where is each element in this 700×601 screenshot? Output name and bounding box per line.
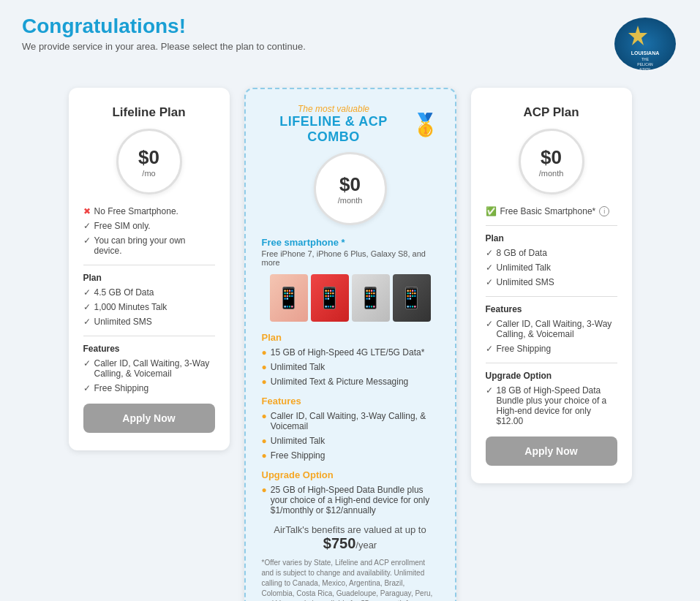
acp-features: ✓Caller ID, Call Waiting, 3-Way Calling,… [486, 319, 617, 354]
check-icon: ✓ [83, 383, 91, 393]
list-item: ●Caller ID, Call Waiting, 3-Way Calling,… [262, 411, 439, 431]
lifeline-price-circle: $0 /mo [116, 129, 182, 194]
gold-icon: ● [262, 362, 267, 372]
combo-plan-features: ●15 GB of High-Speed 4G LTE/5G Data* ●Un… [262, 347, 439, 387]
plans-container: Lifeline Plan $0 /mo ✖ No Free Smartphon… [22, 88, 678, 601]
free-smartphone-label: Free smartphone * [262, 237, 439, 248]
lifeline-price: $0 [138, 146, 159, 169]
phone-rose: 📱 [270, 274, 308, 322]
acp-features-label: Features [486, 304, 617, 314]
page-subtitle: We provide service in your area. Please … [22, 41, 306, 52]
phone-white: 📱 [352, 274, 390, 322]
lifeline-period: /mo [142, 169, 155, 178]
list-item: ●Free Shipping [262, 450, 439, 461]
check-icon: ✓ [83, 302, 91, 312]
no-icon: ✖ [83, 206, 91, 216]
acp-plan-card: ACP Plan $0 /month ✅ Free Basic Smartpho… [471, 88, 632, 483]
acp-upgrade-features: ✓18 GB of High-Speed Data Bundle plus yo… [486, 385, 617, 426]
check-icon: ✓ [83, 235, 91, 246]
gold-icon: ● [262, 485, 267, 495]
phones-row: 📱 📱 📱 📱 [262, 274, 439, 322]
check-icon: ✓ [486, 262, 493, 273]
lifeline-features-label: Features [83, 344, 215, 354]
featured-banner: The most valuable LIFELINE & ACP COMBO 🥇 [262, 104, 439, 145]
green-check-icon: ✅ [486, 206, 497, 216]
check-icon: ✓ [83, 287, 91, 298]
combo-plan-label: Plan [262, 332, 439, 343]
combo-features: ●Caller ID, Call Waiting, 3-Way Calling,… [262, 411, 439, 461]
list-item: ✓4.5 GB Of Data [83, 287, 215, 298]
combo-period: /month [338, 196, 363, 205]
lifeline-byod: ✓ You can bring your own device. [83, 235, 215, 256]
list-item: ●Unlimited Talk [262, 362, 439, 372]
list-item: ●15 GB of High-Speed 4G LTE/5G Data* [262, 347, 439, 358]
svg-text:LOUISIANA: LOUISIANA [631, 50, 660, 56]
check-icon: ✓ [486, 277, 493, 287]
lifeline-plan-features: ✓4.5 GB Of Data ✓1,000 Minutes Talk ✓Unl… [83, 287, 215, 327]
list-item: ●25 GB of High-Speed Data Bundle plus yo… [262, 485, 439, 515]
lifeline-no-smartphone: ✖ No Free Smartphone. [83, 206, 215, 216]
acp-top-features: ✅ Free Basic Smartphone* i [486, 206, 617, 216]
combo-disclaimer: *Offer varies by State, Lifeline and ACP… [262, 558, 439, 601]
combo-title: LIFELINE & ACP COMBO [262, 114, 406, 145]
lifeline-plan-title: Lifeline Plan [83, 105, 215, 120]
medal-icon: 🥇 [412, 112, 439, 137]
combo-upgrade-label: Upgrade Option [262, 469, 439, 480]
page-title: Congratulations! [22, 15, 306, 38]
acp-upgrade-label: Upgrade Option [486, 371, 617, 381]
gold-icon: ● [262, 450, 267, 461]
list-item: ✓Unlimited Talk [486, 262, 617, 273]
lifeline-plan-card: Lifeline Plan $0 /mo ✖ No Free Smartphon… [69, 88, 230, 450]
acp-period: /month [539, 169, 564, 178]
gold-icon: ● [262, 411, 267, 421]
combo-price-circle: $0 /month [314, 152, 387, 225]
combo-features-label: Features [262, 396, 439, 407]
acp-apply-button[interactable]: Apply Now [486, 436, 617, 466]
list-item: ✓1,000 Minutes Talk [83, 302, 215, 312]
phone-dark: 📱 [393, 274, 431, 322]
check-icon: ✓ [486, 385, 493, 396]
list-item: ✓Unlimited SMS [486, 277, 617, 287]
list-item: ✓Free Shipping [83, 383, 215, 393]
page-header: Congratulations! We provide service in y… [22, 15, 678, 73]
acp-price-circle: $0 /month [519, 129, 584, 194]
gold-icon: ● [262, 377, 267, 387]
list-item: ✓Unlimited SMS [83, 317, 215, 327]
acp-plan-features: ✓8 GB of Data ✓Unlimited Talk ✓Unlimited… [486, 248, 617, 287]
list-item: ✓18 GB of High-Speed Data Bundle plus yo… [486, 385, 617, 426]
acp-price: $0 [541, 146, 562, 169]
check-icon: ✓ [486, 248, 493, 258]
value-note: AirTalk's benefits are valued at up to $… [262, 524, 439, 552]
svg-text:PELICAN: PELICAN [637, 62, 653, 67]
check-icon: ✓ [486, 319, 493, 329]
svg-text:THE: THE [641, 57, 650, 61]
list-item: ●Unlimited Talk [262, 436, 439, 446]
most-valuable-label: The most valuable [262, 104, 406, 114]
gold-icon: ● [262, 347, 267, 358]
check-icon: ✓ [83, 317, 91, 327]
free-smartphone-sub: Free iPhone 7, iPhone 6 Plus, Galaxy S8,… [262, 249, 439, 267]
lifeline-plan-label: Plan [83, 273, 215, 283]
phone-red: 📱 [311, 274, 349, 322]
combo-price: $0 [339, 173, 361, 196]
check-icon: ✓ [83, 221, 91, 231]
info-icon[interactable]: i [599, 206, 609, 216]
combo-upgrade-features: ●25 GB of High-Speed Data Bundle plus yo… [262, 485, 439, 515]
lifeline-features: ✓Caller ID, Call Waiting, 3-Way Calling,… [83, 358, 215, 393]
louisiana-logo: LOUISIANA THE PELICAN STATE [612, 15, 678, 73]
acp-plan-label: Plan [486, 233, 617, 243]
lifeline-top-features: ✖ No Free Smartphone. ✓ Free SIM only. ✓… [83, 206, 215, 256]
header-left: Congratulations! We provide service in y… [22, 15, 306, 52]
gold-icon: ● [262, 436, 267, 446]
check-icon: ✓ [486, 344, 493, 354]
list-item: ✓Caller ID, Call Waiting, 3-Way Calling,… [486, 319, 617, 339]
list-item: ●Unlimited Text & Picture Messaging [262, 377, 439, 387]
lifeline-apply-button[interactable]: Apply Now [83, 404, 215, 433]
svg-text:STATE: STATE [639, 67, 651, 72]
lifeline-free-sim: ✓ Free SIM only. [83, 221, 215, 231]
acp-free-smartphone: ✅ Free Basic Smartphone* i [486, 206, 617, 216]
list-item: ✓8 GB of Data [486, 248, 617, 258]
list-item: ✓Caller ID, Call Waiting, 3-Way Calling,… [83, 358, 215, 379]
logo-area: LOUISIANA THE PELICAN STATE [612, 15, 678, 73]
list-item: ✓Free Shipping [486, 344, 617, 354]
